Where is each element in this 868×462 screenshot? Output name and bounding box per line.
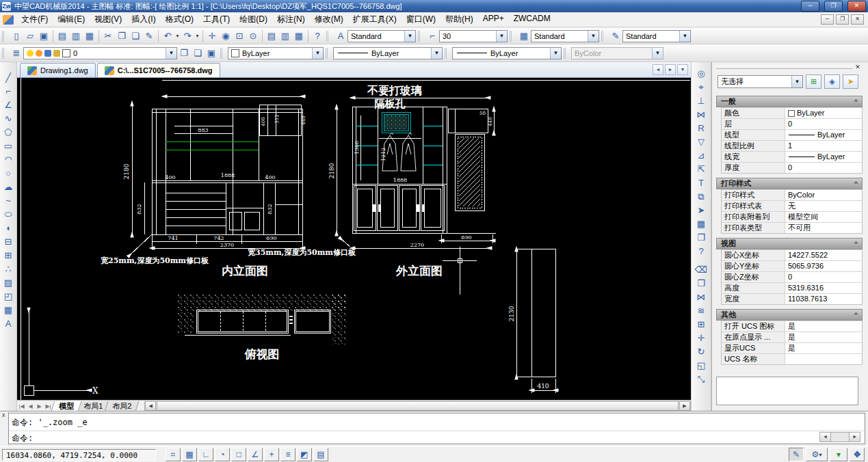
menu-item-4[interactable]: 格式(O) — [161, 12, 198, 27]
view-manager-icon[interactable]: ❐ — [694, 230, 709, 244]
property-value[interactable]: ByColor — [785, 190, 862, 200]
leader-tool-icon[interactable]: ➤ — [694, 203, 709, 217]
fullscreen-icon[interactable]: ✥ — [850, 448, 865, 461]
workspace-switch-icon[interactable]: ▾ — [830, 448, 847, 461]
radius-dim-icon[interactable]: R — [694, 121, 709, 135]
mtext-icon[interactable]: A — [1, 316, 16, 330]
layer-on-icon[interactable] — [27, 50, 34, 57]
first-layout-icon[interactable]: |◀ — [17, 403, 26, 409]
otrack-icon[interactable]: ∠ — [248, 448, 263, 461]
undo-icon[interactable]: ↶ — [161, 29, 174, 42]
menu-item-1[interactable]: 编辑(E) — [53, 12, 90, 27]
chevron-down-icon[interactable]: ▼ — [166, 48, 176, 59]
property-value[interactable]: 14227.5522 — [785, 250, 862, 260]
property-value[interactable]: 0 — [785, 272, 862, 282]
command-hscrollbar[interactable]: ◀ ▶ — [819, 432, 860, 442]
property-value[interactable]: 不可用 — [785, 223, 862, 233]
model-icon[interactable]: ▤ — [313, 448, 328, 461]
toolbar-grip[interactable] — [326, 31, 332, 42]
linetype-select[interactable]: ByLayer ▼ — [333, 47, 443, 59]
menu-item-13[interactable]: ZWCADM — [509, 12, 555, 27]
property-value[interactable]: 5065.9736 — [785, 261, 862, 271]
menu-item-12[interactable]: APP+ — [478, 12, 509, 27]
command-input-line[interactable]: 命令: — [9, 431, 865, 445]
menu-item-6[interactable]: 绘图(D) — [235, 12, 272, 27]
title-bar[interactable]: Zw 中望CAD机械版2014 - 主图幅 标准: 图幅:-[ 绘图比例 1:1… — [0, 0, 868, 12]
coordinate-dim-icon[interactable]: ⊥ — [694, 94, 709, 107]
quick-select-button[interactable]: ◈ — [824, 74, 840, 89]
mdi-restore-button[interactable]: ❐ — [836, 14, 849, 25]
toolbar-grip[interactable] — [418, 31, 423, 42]
prev-layout-icon[interactable]: ◀ — [26, 403, 35, 409]
property-value[interactable]: 0 — [785, 163, 862, 173]
table-icon[interactable]: ▦ — [1, 303, 16, 316]
design-center-icon[interactable]: ▤ — [265, 29, 278, 42]
toolbar-grip[interactable] — [2, 31, 8, 42]
mleader-style-select[interactable]: Standard▼ — [622, 30, 691, 42]
collapse-chevron-icon[interactable]: ^ — [854, 181, 858, 187]
annotation-pen-icon[interactable]: ✎ — [789, 448, 804, 461]
hatch-icon[interactable]: ▨ — [1, 275, 16, 289]
copy-obj-icon[interactable]: ❐ — [694, 276, 709, 290]
property-value[interactable]: ByLayer — [785, 130, 862, 140]
color-select[interactable]: ByLayer ▼ — [228, 47, 324, 59]
lineweight-select[interactable]: ByLayer ▼ — [452, 47, 562, 59]
collapse-chevron-icon[interactable]: ^ — [854, 99, 858, 105]
property-value[interactable]: ByLayer — [785, 108, 862, 118]
polar-icon[interactable]: ◔ — [215, 448, 230, 461]
make-block-icon[interactable]: ⊞ — [1, 248, 16, 262]
mdi-close-button[interactable]: ✕ — [851, 14, 864, 25]
palette-grip[interactable]: ✕ — [716, 64, 863, 70]
toolbar-grip[interactable] — [2, 48, 8, 59]
layer-thaw-icon[interactable] — [36, 50, 42, 57]
spline-curve-icon[interactable]: ∿ — [1, 111, 16, 125]
palette-close-icon[interactable]: ✕ — [853, 64, 863, 70]
tool-palettes-icon[interactable]: ▥ — [278, 29, 292, 42]
minimize-button[interactable]: ─ — [801, 1, 819, 12]
chevron-down-icon[interactable]: ▼ — [431, 48, 442, 59]
ellipse-arc-icon[interactable]: ◖ — [1, 221, 16, 234]
polyline-3d-icon[interactable]: ∠ — [1, 98, 16, 111]
text-tool-icon[interactable]: T — [694, 176, 709, 189]
toolbar-grip[interactable] — [220, 48, 226, 59]
menu-item-8[interactable]: 修改(M) — [310, 12, 348, 27]
toolbar-grip[interactable] — [510, 31, 515, 42]
copy-icon[interactable]: ❐ — [115, 29, 129, 42]
section-header-2[interactable]: 视图^ — [716, 238, 863, 249]
close-button[interactable]: ✕ — [847, 1, 866, 12]
revision-cloud-icon[interactable]: ☁ — [1, 180, 16, 193]
layer-unlock-icon[interactable] — [44, 50, 51, 57]
scale-icon[interactable]: ◱ — [694, 358, 709, 372]
offset-icon[interactable]: ≋ — [694, 303, 709, 317]
undo-drop-icon[interactable]: ▾ — [174, 29, 181, 42]
scroll-left-icon[interactable]: ◀ — [145, 401, 156, 411]
layer-lock-icon[interactable] — [53, 50, 60, 57]
collapse-chevron-icon[interactable]: ^ — [854, 241, 858, 247]
point-icon[interactable]: ∴ — [1, 262, 16, 275]
canvas-hscrollbar[interactable]: ◀ ▶ — [144, 401, 691, 411]
detail-view-icon[interactable]: ◎ — [694, 66, 709, 80]
auto-dim-icon[interactable]: ⇱ — [694, 162, 709, 176]
lineweight-icon[interactable]: ≡ — [280, 448, 295, 461]
scroll-left-icon[interactable]: ◀ — [819, 432, 831, 442]
property-value[interactable]: 无 — [785, 201, 862, 211]
roughness-symbol-icon[interactable]: ▽ — [694, 135, 709, 148]
collapse-chevron-icon[interactable]: ^ — [854, 312, 858, 318]
selection-select[interactable]: 无选择 ▼ — [718, 75, 803, 88]
cut-icon[interactable]: ✂ — [101, 29, 115, 42]
print-icon[interactable]: ▤ — [55, 29, 69, 42]
property-value[interactable]: 模型空间 — [785, 212, 862, 222]
property-value[interactable]: 5319.6316 — [785, 283, 862, 293]
toolbar-grip[interactable] — [326, 48, 331, 59]
block-editor-icon[interactable]: ⧉ — [694, 189, 709, 203]
layer-previous-icon[interactable]: ❏ — [191, 46, 205, 59]
next-layout-icon[interactable]: ▶ — [35, 403, 44, 409]
polyline-icon[interactable]: ⌐ — [1, 84, 16, 98]
mech-help-icon[interactable]: ? — [694, 244, 709, 258]
new-icon[interactable]: ▯ — [10, 29, 23, 42]
chevron-down-icon[interactable]: ▼ — [404, 31, 415, 42]
circle-icon[interactable]: ○ — [1, 166, 16, 180]
select-objects-button[interactable]: ⊞ — [806, 74, 821, 89]
property-value[interactable]: 0 — [785, 119, 862, 129]
scroll-right-icon[interactable]: ▶ — [679, 401, 690, 411]
